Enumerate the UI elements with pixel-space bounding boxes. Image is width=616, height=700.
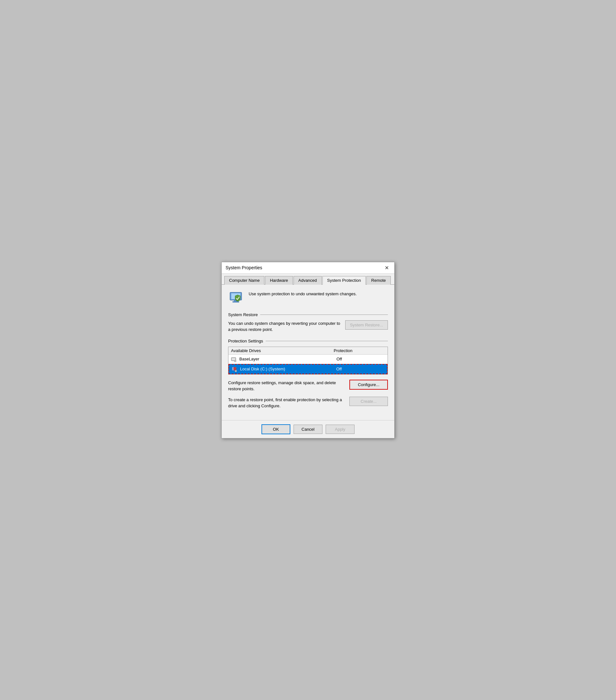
- apply-button[interactable]: Apply: [326, 425, 354, 434]
- protection-settings-divider: [266, 341, 388, 341]
- system-restore-label: System Restore: [228, 312, 257, 317]
- create-button[interactable]: Create...: [349, 397, 388, 406]
- tab-content: Use system protection to undo unwanted s…: [222, 285, 394, 420]
- system-restore-title-row: System Restore: [228, 312, 388, 317]
- dialog-footer: OK Cancel Apply: [222, 420, 394, 438]
- tab-bar: Computer Name Hardware Advanced System P…: [222, 274, 394, 285]
- baselayer-name: BaseLayer: [239, 357, 337, 361]
- drive-row-baselayer[interactable]: BaseLayer Off: [228, 355, 388, 364]
- dialog-title: System Properties: [226, 265, 262, 270]
- drives-col-available: Available Drives: [231, 348, 334, 353]
- create-desc: To create a restore point, first enable …: [228, 397, 345, 409]
- svg-rect-5: [232, 358, 235, 360]
- system-restore-divider: [260, 314, 388, 315]
- system-restore-content: You can undo system changes by reverting…: [228, 320, 388, 333]
- cancel-button[interactable]: Cancel: [293, 425, 323, 434]
- tab-remote[interactable]: Remote: [366, 276, 391, 285]
- system-protection-icon: [228, 290, 244, 306]
- tab-hardware[interactable]: Hardware: [265, 276, 293, 285]
- local-disk-icon: [231, 366, 238, 372]
- drives-col-protection: Protection: [334, 348, 385, 353]
- close-button[interactable]: ✕: [383, 264, 390, 272]
- protection-settings-label: Protection Settings: [228, 339, 263, 343]
- configure-button[interactable]: Configure...: [349, 380, 388, 390]
- drive-row-local-disk[interactable]: Local Disk (C:) (System) Off: [228, 364, 388, 374]
- drives-table-header: Available Drives Protection: [228, 347, 388, 355]
- svg-rect-3: [232, 301, 239, 302]
- protection-settings-section: Protection Settings Available Drives Pro…: [228, 339, 388, 409]
- svg-point-11: [236, 371, 236, 371]
- ok-button[interactable]: OK: [262, 424, 290, 434]
- configure-desc: Configure restore settings, manage disk …: [228, 380, 345, 392]
- drives-table: Available Drives Protection BaseLayer: [228, 347, 388, 375]
- tab-system-protection[interactable]: System Protection: [323, 276, 366, 285]
- info-description: Use system protection to undo unwanted s…: [249, 290, 357, 297]
- system-restore-section: System Restore You can undo system chang…: [228, 312, 388, 333]
- system-restore-button[interactable]: System Restore...: [345, 320, 388, 329]
- create-action-row: To create a restore point, first enable …: [228, 397, 388, 409]
- system-properties-dialog: System Properties ✕ Computer Name Hardwa…: [222, 262, 394, 438]
- baselayer-protection: Off: [337, 357, 385, 361]
- local-disk-name: Local Disk (C:) (System): [240, 366, 336, 371]
- baselayer-drive-icon: [231, 356, 237, 362]
- title-bar: System Properties ✕: [222, 262, 394, 274]
- local-disk-protection: Off: [336, 366, 385, 371]
- system-restore-desc: You can undo system changes by reverting…: [228, 320, 341, 333]
- svg-point-7: [235, 360, 236, 361]
- configure-action-row: Configure restore settings, manage disk …: [228, 380, 388, 392]
- tab-advanced[interactable]: Advanced: [293, 276, 322, 285]
- protection-settings-title-row: Protection Settings: [228, 339, 388, 343]
- info-row: Use system protection to undo unwanted s…: [228, 290, 388, 306]
- tab-computer-name[interactable]: Computer Name: [224, 276, 264, 285]
